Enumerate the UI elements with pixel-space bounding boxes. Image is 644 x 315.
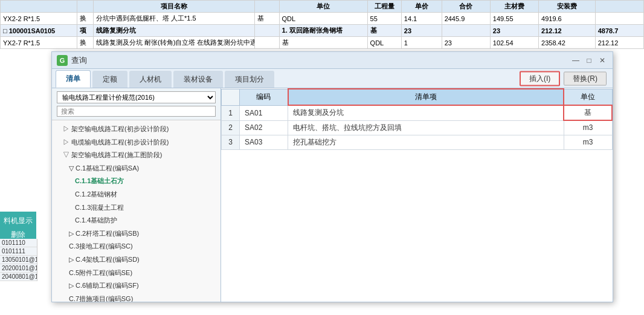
bg-col-h11 bbox=[595, 1, 643, 13]
tab-zhuangshe[interactable]: 装材设备 bbox=[173, 71, 223, 88]
bg-col-h1 bbox=[1, 1, 77, 13]
tree-item-1[interactable]: ▷ 电缆输电线路工程(初步设计阶段) bbox=[52, 136, 221, 149]
tree-item-13[interactable]: C.7措施项目(编码SG) bbox=[52, 293, 221, 302]
dialog-tabbar: 清单 定额 人材机 装材设备 项目划分 插入(I) 替换(R) bbox=[52, 69, 613, 88]
tree-item-12[interactable]: ▷ C.6辅助工程(编码SF) bbox=[52, 279, 221, 293]
bg-row-1: YX2-2 R*1.5 换 分坑中遇到高低腿杆、塔 人工*1.5 基 QDL 5… bbox=[1, 13, 644, 25]
tree-item-11[interactable]: C.5附件工程(编码SE) bbox=[52, 267, 221, 280]
tree-item-3[interactable]: ▽ C.1基础工程(编码SA) bbox=[52, 162, 221, 175]
cell-name-2: 电杆坑、搭坑、拉线坑挖方及回填 bbox=[288, 120, 564, 135]
cell-name-1: 线路复测及分坑 bbox=[288, 105, 564, 120]
code-item-1[interactable]: 0101110 bbox=[0, 239, 37, 247]
code-item-3[interactable]: 13050101@1 bbox=[0, 256, 37, 264]
bg-row-3: YX2-7 R*1.5 换 线路复测及分坑 耐张(转角)自立塔 在线路复测分坑中… bbox=[1, 37, 644, 49]
dialog-maximize-button[interactable]: □ bbox=[584, 55, 594, 66]
left-panel-header: 输电线路工程量计价规范(2016) bbox=[52, 88, 221, 120]
right-row-3[interactable]: 3 SA03 挖孔基础挖方 m3 bbox=[222, 135, 613, 149]
bg-col-h3: 项目名称 bbox=[94, 1, 255, 13]
bg-col-h6: 工程量 bbox=[367, 1, 401, 13]
bg-row-2: □ 100001SA0105 项 线路复测分坑 1. 双回路耐张角钢塔 基 23… bbox=[1, 25, 644, 37]
bg-col-h4 bbox=[255, 1, 279, 13]
cell-num-2: 2 bbox=[222, 120, 240, 135]
cell-unit-1: 基 bbox=[564, 105, 612, 120]
dialog-titlebar: G 查询 — □ ✕ bbox=[52, 52, 613, 69]
tree-item-9[interactable]: C.3接地工程(编码SC) bbox=[52, 240, 221, 253]
tree-item-0[interactable]: ▷ 架空输电线路工程(初步设计阶段) bbox=[52, 123, 221, 136]
code-item-5[interactable]: 20400801@1 bbox=[0, 273, 37, 281]
cell-name-3: 挖孔基础挖方 bbox=[288, 135, 564, 149]
tree-item-6[interactable]: C.1.3混凝土工程 bbox=[52, 201, 221, 215]
insert-button[interactable]: 插入(I) bbox=[520, 71, 560, 86]
bottom-code-list: 0101110 0101111 13050101@1 20200101@1 20… bbox=[0, 239, 37, 281]
tab-rencaiji[interactable]: 人材机 bbox=[129, 71, 172, 88]
bg-table: 项目名称 单位 工程量 单价 合价 主材费 安装费 YX2-2 R*1.5 换 … bbox=[0, 0, 644, 49]
bg-col-h5: 单位 bbox=[279, 1, 367, 13]
tab-xiangmu[interactable]: 项目划分 bbox=[225, 71, 274, 88]
th-num bbox=[222, 89, 240, 105]
tab-qingdan[interactable]: 清单 bbox=[56, 70, 91, 88]
tree-item-10[interactable]: ▷ C.4架线工程(编码SD) bbox=[52, 253, 221, 267]
tab-action-buttons: 插入(I) 替换(R) bbox=[520, 71, 607, 86]
replace-button[interactable]: 替换(R) bbox=[564, 71, 607, 85]
dialog-minimize-button[interactable]: — bbox=[570, 55, 581, 66]
right-table-container: 编码 清单项 单位 1 SA01 线路复测及分坑 基 2 bbox=[221, 88, 613, 302]
dialog-close-button[interactable]: ✕ bbox=[597, 55, 608, 66]
query-dialog: G 查询 — □ ✕ 清单 定额 人材机 装材设备 项目划分 插入(I) 替换(… bbox=[51, 51, 613, 302]
th-name: 清单项 bbox=[288, 89, 564, 105]
bg-col-h2 bbox=[77, 1, 94, 13]
sidebar-item-display[interactable]: 料机显示 bbox=[1, 214, 35, 228]
right-row-2[interactable]: 2 SA02 电杆坑、搭坑、拉线坑挖方及回填 m3 bbox=[222, 120, 613, 135]
bg-col-h10: 安装费 bbox=[539, 1, 596, 13]
tree-item-5[interactable]: C.1.2基础钢材 bbox=[52, 188, 221, 201]
bg-col-h9: 主材费 bbox=[490, 1, 538, 13]
cell-code-2: SA02 bbox=[240, 120, 288, 135]
bg-col-h7: 单价 bbox=[401, 1, 442, 13]
tree-item-8[interactable]: ▷ C.2杆塔工程(编码SB) bbox=[52, 227, 221, 241]
dialog-icon: G bbox=[57, 55, 68, 66]
cell-code-3: SA03 bbox=[240, 135, 288, 149]
dialog-controls: — □ ✕ bbox=[570, 55, 608, 66]
dropdown-row: 输电线路工程量计价规范(2016) bbox=[57, 91, 216, 103]
th-unit: 单位 bbox=[564, 89, 612, 105]
code-item-4[interactable]: 20200101@1 bbox=[0, 264, 37, 273]
tree-item-7[interactable]: C.1.4基础防护 bbox=[52, 214, 221, 227]
tree-container: ▷ 架空输电线路工程(初步设计阶段) ▷ 电缆输电线路工程(初步设计阶段) ▽ … bbox=[52, 120, 221, 302]
code-item-2[interactable]: 0101111 bbox=[0, 247, 37, 256]
dialog-title: 查询 bbox=[71, 55, 570, 66]
cell-unit-3: m3 bbox=[564, 135, 612, 149]
tree-item-4[interactable]: C.1.1基础土石方 bbox=[52, 175, 221, 188]
cell-code-1: SA01 bbox=[240, 105, 288, 120]
tab-dinge[interactable]: 定额 bbox=[92, 71, 127, 88]
bg-col-h8: 合价 bbox=[442, 1, 490, 13]
dialog-body: 输电线路工程量计价规范(2016) ▷ 架空输电线路工程(初步设计阶段) ▷ 电… bbox=[52, 88, 613, 302]
cell-num-3: 3 bbox=[222, 135, 240, 149]
right-row-1[interactable]: 1 SA01 线路复测及分坑 基 bbox=[222, 105, 613, 120]
dialog-right-panel: 编码 清单项 单位 1 SA01 线路复测及分坑 基 2 bbox=[221, 88, 613, 302]
search-input[interactable] bbox=[57, 106, 216, 117]
cell-num-1: 1 bbox=[222, 105, 240, 120]
tree-item-2[interactable]: ▽ 架空输电线路工程(施工图阶段) bbox=[52, 149, 221, 162]
cell-unit-2: m3 bbox=[564, 120, 612, 135]
dialog-left-panel: 输电线路工程量计价规范(2016) ▷ 架空输电线路工程(初步设计阶段) ▷ 电… bbox=[52, 88, 221, 302]
standard-dropdown[interactable]: 输电线路工程量计价规范(2016) bbox=[57, 91, 216, 103]
right-table: 编码 清单项 单位 1 SA01 线路复测及分坑 基 2 bbox=[221, 88, 613, 150]
th-code: 编码 bbox=[240, 89, 288, 105]
